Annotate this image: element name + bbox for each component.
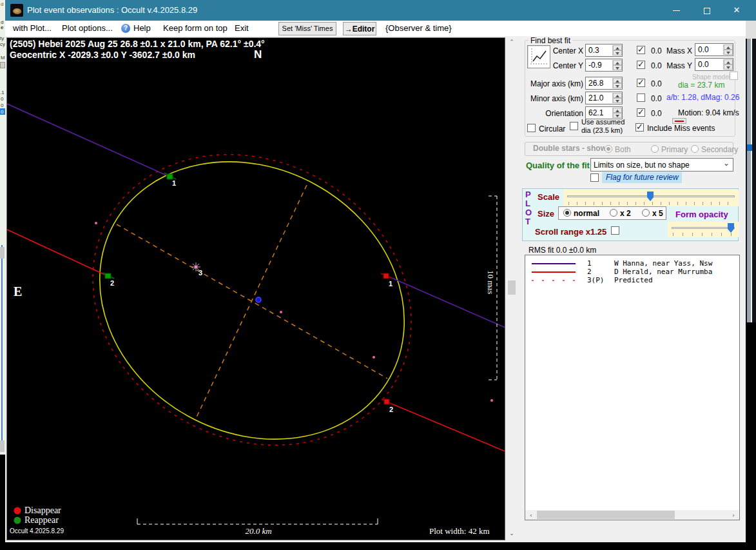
plot-vertical-scrollbar[interactable]: ⌃ ⌄: [507, 37, 517, 540]
strip-fragment: cy: [0, 41, 5, 47]
backdrop-scrollbar: [747, 39, 752, 322]
major-axis-fit-checkbox[interactable]: [637, 79, 645, 87]
menu-help[interactable]: Help: [133, 23, 151, 33]
title-bar[interactable]: Plot event observations : Occult v.4.202…: [5, 0, 746, 21]
marker-label-chord1-disappear: 1: [389, 280, 393, 288]
observation-name: D Herald, near Murrumba: [614, 268, 712, 276]
observation-number: 3(P): [587, 276, 605, 284]
menu-keep-on-top[interactable]: Keep form on top: [163, 23, 228, 33]
minimize-button[interactable]: [665, 0, 687, 21]
major-axis-sigma: 0.0: [651, 79, 662, 88]
circular-label: Circular: [539, 124, 565, 133]
plot-area[interactable]: (2505) Hebei 2025 Aug 25 26.8 ±0.1 x 21.…: [6, 37, 505, 540]
observations-list[interactable]: 1 W Hanna, near Yass, Nsw 2 D Herald, ne…: [525, 255, 740, 520]
center-x-spinner[interactable]: [612, 45, 621, 55]
orientation-spinner[interactable]: [612, 108, 621, 118]
mass-x-spinner[interactable]: [723, 44, 732, 55]
dia-label: dia = 23.7 km: [678, 81, 724, 90]
center-y-label: Center Y: [547, 61, 583, 70]
strip-fragment: 0: [1, 96, 3, 102]
double-secondary-radio[interactable]: [691, 145, 699, 153]
plot-letter-l: L: [525, 199, 530, 208]
major-axis-spinner[interactable]: [612, 78, 621, 88]
shape-model-checkbox[interactable]: [730, 72, 738, 80]
double-primary-radio[interactable]: [651, 145, 659, 153]
mass-y-input[interactable]: 0.0: [695, 58, 733, 71]
minor-axis-input[interactable]: 21.0: [585, 92, 623, 104]
plot-letter-o: O: [525, 208, 532, 217]
orientation-fit-checkbox[interactable]: [637, 108, 645, 117]
orientation-input[interactable]: 62.1: [585, 106, 623, 119]
flag-review-checkbox[interactable]: [590, 173, 599, 182]
scroll-thumb[interactable]: [508, 280, 516, 295]
form-opacity-slider[interactable]: [668, 222, 739, 237]
scroll-up-arrow[interactable]: ⌃: [507, 39, 517, 45]
double-both-radio[interactable]: [605, 145, 612, 153]
strip-fragment: M: [1, 55, 5, 61]
plot-letter-p: P: [525, 190, 531, 199]
maximize-button[interactable]: [696, 0, 718, 21]
plot-title-line1: (2505) Hebei 2025 Aug 25 26.8 ±0.1 x 21.…: [10, 39, 265, 49]
scroll-down-arrow[interactable]: ⌄: [507, 530, 517, 536]
scroll-range-checkbox[interactable]: [611, 226, 619, 235]
center-x-fit-checkbox[interactable]: [637, 46, 645, 54]
motion-label: Motion: 9.04 km/s: [678, 108, 739, 117]
observation-row[interactable]: 1 W Hanna, near Yass, Nsw: [525, 259, 739, 268]
observation-row[interactable]: 2 D Herald, near Murrumba: [525, 268, 739, 276]
double-secondary-label: Secondary: [701, 145, 738, 154]
minor-axis-spinner[interactable]: [612, 93, 621, 103]
east-label: E: [14, 284, 22, 299]
observation-row[interactable]: 3(P) Predicted: [525, 276, 739, 284]
center-y-fit-checkbox[interactable]: [637, 61, 645, 69]
minor-axis-sigma: 0.0: [651, 94, 662, 103]
center-y-input[interactable]: -0.9: [585, 59, 623, 72]
scale-slider-thumb[interactable]: [647, 192, 654, 201]
scroll-left-arrow[interactable]: ‹: [527, 512, 536, 518]
use-assumed-checkbox[interactable]: [570, 122, 578, 130]
backdrop-black: [746, 322, 756, 550]
rms-fit-label: RMS fit 0.0 ±0.0 km: [528, 246, 596, 255]
axis-color-button[interactable]: [672, 118, 686, 124]
plot-version-label: Occult 4.2025.8.29: [10, 527, 64, 535]
use-assumed-label-line1: Use assumed: [581, 118, 625, 126]
app-window: Plot event observations : Occult v.4.202…: [5, 0, 746, 542]
scroll-right-arrow[interactable]: ›: [729, 512, 738, 518]
ab-dmag-label: a/b: 1.28, dMag: 0.26: [666, 93, 739, 102]
scale-slider[interactable]: [563, 190, 739, 206]
background-window-left-strip: d d e ty cy M .1 0 0 0: [0, 0, 5, 550]
major-axis-input[interactable]: 26.8: [585, 77, 623, 90]
include-miss-checkbox[interactable]: [635, 123, 644, 132]
size-x2-radio[interactable]: [610, 209, 617, 217]
size-x5-radio[interactable]: [642, 209, 650, 217]
list-scroll-thumb[interactable]: [537, 511, 675, 519]
menu-with-plot[interactable]: with Plot...: [13, 23, 52, 33]
find-best-fit-label: Find best fit: [528, 36, 572, 45]
scale-bar-label: 20.0 km: [226, 526, 291, 536]
help-icon[interactable]: ?: [121, 24, 130, 33]
form-opacity-thumb[interactable]: [728, 223, 734, 233]
size-normal-radio[interactable]: [563, 209, 571, 217]
editor-button[interactable]: →Editor: [343, 22, 376, 35]
mass-y-spinner[interactable]: [723, 59, 732, 70]
menu-plot-options[interactable]: Plot options...: [62, 23, 113, 33]
mass-x-input[interactable]: 0.0: [695, 43, 733, 56]
close-button[interactable]: ✕: [726, 0, 748, 21]
double-stars-label: Double stars - show: [531, 144, 608, 153]
minor-axis-fit-checkbox[interactable]: [637, 93, 645, 102]
form-opacity-label[interactable]: Form opacity: [675, 210, 728, 219]
predicted-line-sample: [532, 280, 576, 281]
strip-accent-line: [1, 245, 3, 451]
size-label: Size: [538, 209, 554, 219]
center-y-spinner[interactable]: [612, 60, 621, 70]
strip-fragment: .1: [0, 90, 5, 95]
list-horizontal-scrollbar[interactable]: ‹ ›: [525, 510, 739, 520]
observer-time-label: {Observer & time}: [385, 23, 452, 33]
strip-dark-area: [0, 455, 5, 550]
set-miss-times-button[interactable]: Set 'Miss' Times: [278, 22, 336, 35]
double-primary-label: Primary: [661, 145, 688, 154]
menu-exit[interactable]: Exit: [235, 23, 249, 33]
quality-label: Quality of the fit: [526, 161, 590, 170]
center-x-input[interactable]: 0.3: [585, 44, 623, 57]
circular-checkbox[interactable]: [527, 124, 536, 132]
quality-dropdown[interactable]: Limits on size, but no shape: [590, 158, 733, 172]
